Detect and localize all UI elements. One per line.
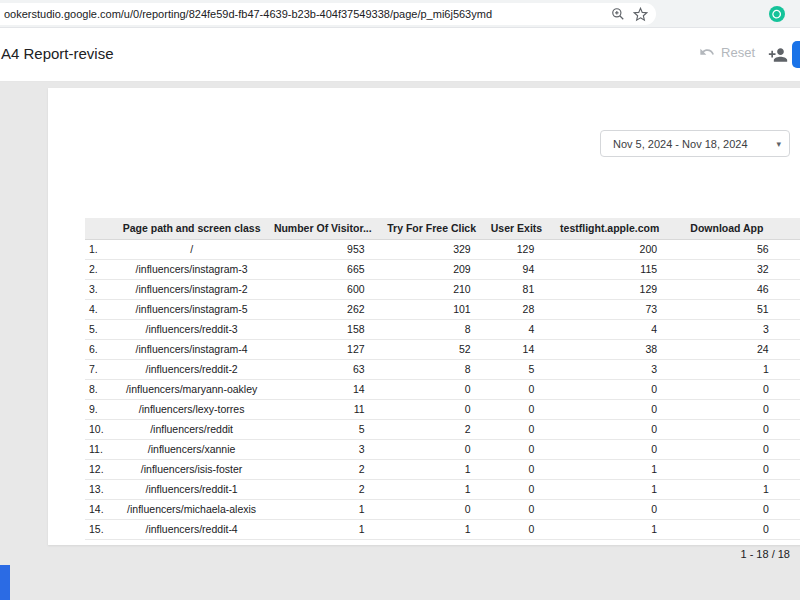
cell: /influencers/instagram-5 [116, 299, 267, 319]
grammarly-extension-icon[interactable] [769, 6, 785, 22]
cell: 2 [267, 459, 379, 479]
reset-label: Reset [721, 45, 755, 60]
cell: 0 [379, 499, 485, 519]
cell: 63 [267, 359, 379, 379]
cell: /influencers/reddit-3 [116, 319, 267, 339]
cell: 0 [671, 419, 783, 439]
cell: 101 [379, 299, 485, 319]
cell: 73 [548, 299, 671, 319]
column-header[interactable]: testflight.apple.com [548, 218, 671, 239]
report-table: Page path and screen classNumber Of Visi… [85, 218, 800, 547]
cell: 0 [783, 439, 800, 459]
cell: 0 [783, 499, 800, 519]
cell: 1 [379, 519, 485, 539]
cell: 0 [379, 399, 485, 419]
cell: 0 [783, 519, 800, 539]
cell: 0 [548, 399, 671, 419]
cell: 0 [783, 399, 800, 419]
column-header[interactable]: User Exits [485, 218, 549, 239]
cell: 0 [671, 379, 783, 399]
cell: 0 [783, 379, 800, 399]
cell: 0 [548, 379, 671, 399]
cell: 115 [548, 259, 671, 279]
cell: /influencers/michaela-alexis [116, 499, 267, 519]
cell [116, 539, 267, 547]
table-header-row: Page path and screen classNumber Of Visi… [85, 218, 800, 239]
browser-toolbar: ookerstudio.google.com/u/0/reporting/824… [0, 0, 800, 28]
cell: 28 [485, 299, 549, 319]
date-range-picker[interactable]: Nov 5, 2024 - Nov 18, 2024 ▾ [600, 130, 790, 157]
cell: /influencers/instagram-2 [116, 279, 267, 299]
cell [485, 539, 549, 547]
cell: 1 [671, 359, 783, 379]
cell: 94 [485, 259, 549, 279]
cell: 24 [671, 339, 783, 359]
cell: 0 [485, 439, 549, 459]
cell [85, 539, 116, 547]
cell: 210 [379, 279, 485, 299]
share-button[interactable] [792, 41, 800, 68]
table-row: 14./influencers/michaela-alexis100000 [85, 499, 800, 519]
column-header[interactable]: Page path and screen class [116, 218, 267, 239]
cell: 0 [548, 439, 671, 459]
cell: 13 [783, 259, 800, 279]
cell: /influencers/xannie [116, 439, 267, 459]
cell: 3. [85, 279, 116, 299]
cell: 32 [671, 259, 783, 279]
zoom-icon[interactable] [608, 4, 628, 24]
cell: 1 [548, 479, 671, 499]
table-row: 7./influencers/reddit-26385311 [85, 359, 800, 379]
cell: 46 [671, 279, 783, 299]
cell: /influencers/isis-foster [116, 459, 267, 479]
cell: 0 [783, 479, 800, 499]
cell: 0 [671, 519, 783, 539]
column-header[interactable]: join the commu [783, 218, 800, 239]
cell: 158 [267, 319, 379, 339]
cell: 7. [85, 359, 116, 379]
column-header[interactable]: Try For Free Click [379, 218, 485, 239]
cell [783, 539, 800, 547]
cell: 1 [267, 499, 379, 519]
cell: 38 [548, 339, 671, 359]
cell: 329 [379, 239, 485, 259]
cell: 209 [379, 259, 485, 279]
cell: /influencers/lexy-torres [116, 399, 267, 419]
cell: 52 [379, 339, 485, 359]
cell [548, 539, 671, 547]
cell: 14 [485, 339, 549, 359]
reset-button[interactable]: Reset [699, 44, 755, 60]
column-header[interactable]: Number Of Visitor... [267, 218, 379, 239]
report-table-container: Page path and screen classNumber Of Visi… [85, 218, 800, 547]
url-text: ookerstudio.google.com/u/0/reporting/824… [4, 8, 606, 20]
screen: ookerstudio.google.com/u/0/reporting/824… [0, 0, 800, 600]
table-row: 10./influencers/reddit520002 [85, 419, 800, 439]
cell: 6. [85, 339, 116, 359]
cell [267, 539, 379, 547]
bookmark-star-icon[interactable] [630, 4, 650, 24]
cell: 3 [671, 319, 783, 339]
table-row: 6./influencers/instagram-4127521438241 [85, 339, 800, 359]
cell: 1 [267, 519, 379, 539]
cell: 4 [485, 319, 549, 339]
cell: 8 [783, 279, 800, 299]
table-row: 1./9533291292005633 [85, 239, 800, 259]
cell: 200 [548, 239, 671, 259]
url-bar[interactable]: ookerstudio.google.com/u/0/reporting/824… [0, 3, 656, 25]
cell: 5 [267, 419, 379, 439]
cell: /influencers/maryann-oakley [116, 379, 267, 399]
column-header-index [85, 218, 116, 239]
cell: 8 [379, 319, 485, 339]
table-row: 4./influencers/instagram-52621012873511 [85, 299, 800, 319]
cell: 0 [671, 499, 783, 519]
column-header[interactable]: Download App [671, 218, 783, 239]
person-add-icon[interactable] [766, 43, 790, 67]
cell: 81 [485, 279, 549, 299]
cell: 14 [267, 379, 379, 399]
cell: 129 [548, 279, 671, 299]
cell: 1 [783, 299, 800, 319]
cell: 10. [85, 419, 116, 439]
cell: 0 [671, 459, 783, 479]
cell: 0 [783, 459, 800, 479]
cell: 0 [671, 399, 783, 419]
cell: 3 [267, 439, 379, 459]
